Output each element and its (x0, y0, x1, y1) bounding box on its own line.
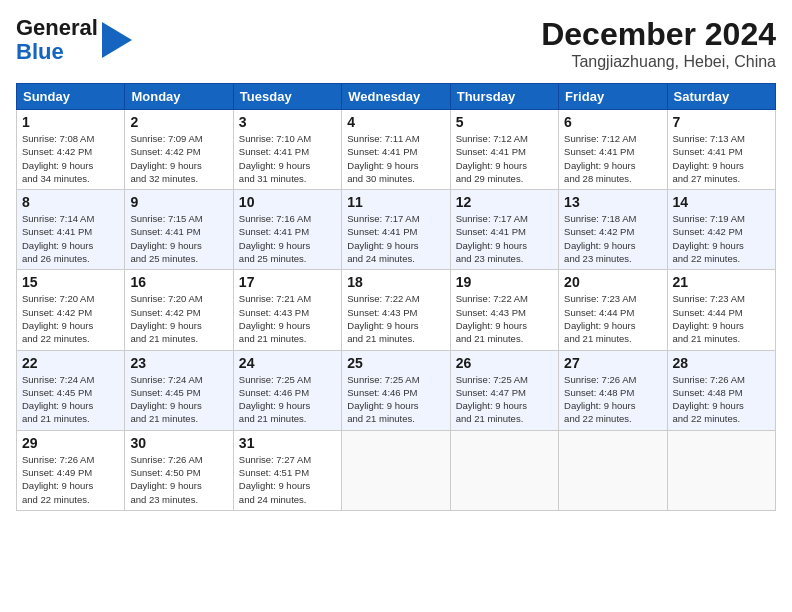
day-number: 16 (130, 274, 227, 290)
calendar-week-row: 15Sunrise: 7:20 AM Sunset: 4:42 PM Dayli… (17, 270, 776, 350)
day-number: 27 (564, 355, 661, 371)
day-info: Sunrise: 7:26 AM Sunset: 4:49 PM Dayligh… (22, 453, 119, 506)
day-number: 20 (564, 274, 661, 290)
day-number: 7 (673, 114, 770, 130)
day-number: 10 (239, 194, 336, 210)
day-info: Sunrise: 7:20 AM Sunset: 4:42 PM Dayligh… (130, 292, 227, 345)
day-number: 26 (456, 355, 553, 371)
calendar-day-cell: 19Sunrise: 7:22 AM Sunset: 4:43 PM Dayli… (450, 270, 558, 350)
day-number: 12 (456, 194, 553, 210)
calendar-day-cell: 18Sunrise: 7:22 AM Sunset: 4:43 PM Dayli… (342, 270, 450, 350)
day-info: Sunrise: 7:18 AM Sunset: 4:42 PM Dayligh… (564, 212, 661, 265)
calendar-day-cell: 11Sunrise: 7:17 AM Sunset: 4:41 PM Dayli… (342, 190, 450, 270)
calendar-day-cell: 30Sunrise: 7:26 AM Sunset: 4:50 PM Dayli… (125, 430, 233, 510)
day-info: Sunrise: 7:15 AM Sunset: 4:41 PM Dayligh… (130, 212, 227, 265)
calendar-day-cell: 8Sunrise: 7:14 AM Sunset: 4:41 PM Daylig… (17, 190, 125, 270)
calendar-week-row: 8Sunrise: 7:14 AM Sunset: 4:41 PM Daylig… (17, 190, 776, 270)
day-number: 22 (22, 355, 119, 371)
day-number: 28 (673, 355, 770, 371)
calendar-day-cell: 17Sunrise: 7:21 AM Sunset: 4:43 PM Dayli… (233, 270, 341, 350)
day-info: Sunrise: 7:10 AM Sunset: 4:41 PM Dayligh… (239, 132, 336, 185)
calendar-week-row: 29Sunrise: 7:26 AM Sunset: 4:49 PM Dayli… (17, 430, 776, 510)
calendar-day-cell: 6Sunrise: 7:12 AM Sunset: 4:41 PM Daylig… (559, 110, 667, 190)
logo-text: GeneralBlue (16, 16, 98, 64)
calendar-day-cell (559, 430, 667, 510)
calendar-day-cell: 9Sunrise: 7:15 AM Sunset: 4:41 PM Daylig… (125, 190, 233, 270)
day-number: 14 (673, 194, 770, 210)
weekday-header-cell: Tuesday (233, 84, 341, 110)
calendar-day-cell: 1Sunrise: 7:08 AM Sunset: 4:42 PM Daylig… (17, 110, 125, 190)
day-info: Sunrise: 7:25 AM Sunset: 4:46 PM Dayligh… (347, 373, 444, 426)
calendar-day-cell: 10Sunrise: 7:16 AM Sunset: 4:41 PM Dayli… (233, 190, 341, 270)
day-number: 31 (239, 435, 336, 451)
day-number: 2 (130, 114, 227, 130)
page-subtitle: Tangjiazhuang, Hebei, China (541, 53, 776, 71)
weekday-header-row: SundayMondayTuesdayWednesdayThursdayFrid… (17, 84, 776, 110)
day-info: Sunrise: 7:24 AM Sunset: 4:45 PM Dayligh… (130, 373, 227, 426)
calendar-table: SundayMondayTuesdayWednesdayThursdayFrid… (16, 83, 776, 511)
logo-arrow-icon (102, 22, 132, 58)
calendar-day-cell: 20Sunrise: 7:23 AM Sunset: 4:44 PM Dayli… (559, 270, 667, 350)
logo: GeneralBlue (16, 16, 132, 64)
day-info: Sunrise: 7:12 AM Sunset: 4:41 PM Dayligh… (564, 132, 661, 185)
day-number: 13 (564, 194, 661, 210)
calendar-day-cell: 7Sunrise: 7:13 AM Sunset: 4:41 PM Daylig… (667, 110, 775, 190)
day-number: 9 (130, 194, 227, 210)
day-info: Sunrise: 7:20 AM Sunset: 4:42 PM Dayligh… (22, 292, 119, 345)
day-number: 1 (22, 114, 119, 130)
calendar-day-cell (450, 430, 558, 510)
day-number: 23 (130, 355, 227, 371)
calendar-day-cell: 5Sunrise: 7:12 AM Sunset: 4:41 PM Daylig… (450, 110, 558, 190)
day-number: 5 (456, 114, 553, 130)
weekday-header-cell: Friday (559, 84, 667, 110)
calendar-day-cell: 21Sunrise: 7:23 AM Sunset: 4:44 PM Dayli… (667, 270, 775, 350)
calendar-day-cell: 22Sunrise: 7:24 AM Sunset: 4:45 PM Dayli… (17, 350, 125, 430)
day-number: 17 (239, 274, 336, 290)
day-info: Sunrise: 7:16 AM Sunset: 4:41 PM Dayligh… (239, 212, 336, 265)
calendar-day-cell (342, 430, 450, 510)
calendar-day-cell: 3Sunrise: 7:10 AM Sunset: 4:41 PM Daylig… (233, 110, 341, 190)
calendar-day-cell: 23Sunrise: 7:24 AM Sunset: 4:45 PM Dayli… (125, 350, 233, 430)
calendar-day-cell: 4Sunrise: 7:11 AM Sunset: 4:41 PM Daylig… (342, 110, 450, 190)
calendar-day-cell: 15Sunrise: 7:20 AM Sunset: 4:42 PM Dayli… (17, 270, 125, 350)
day-info: Sunrise: 7:27 AM Sunset: 4:51 PM Dayligh… (239, 453, 336, 506)
day-number: 25 (347, 355, 444, 371)
calendar-day-cell: 24Sunrise: 7:25 AM Sunset: 4:46 PM Dayli… (233, 350, 341, 430)
day-number: 11 (347, 194, 444, 210)
day-info: Sunrise: 7:26 AM Sunset: 4:48 PM Dayligh… (564, 373, 661, 426)
calendar-day-cell (667, 430, 775, 510)
day-info: Sunrise: 7:25 AM Sunset: 4:46 PM Dayligh… (239, 373, 336, 426)
weekday-header-cell: Monday (125, 84, 233, 110)
weekday-header-cell: Wednesday (342, 84, 450, 110)
day-number: 6 (564, 114, 661, 130)
day-info: Sunrise: 7:22 AM Sunset: 4:43 PM Dayligh… (456, 292, 553, 345)
calendar-day-cell: 12Sunrise: 7:17 AM Sunset: 4:41 PM Dayli… (450, 190, 558, 270)
calendar-day-cell: 25Sunrise: 7:25 AM Sunset: 4:46 PM Dayli… (342, 350, 450, 430)
day-number: 19 (456, 274, 553, 290)
day-number: 24 (239, 355, 336, 371)
day-info: Sunrise: 7:11 AM Sunset: 4:41 PM Dayligh… (347, 132, 444, 185)
weekday-header-cell: Sunday (17, 84, 125, 110)
day-info: Sunrise: 7:22 AM Sunset: 4:43 PM Dayligh… (347, 292, 444, 345)
day-info: Sunrise: 7:14 AM Sunset: 4:41 PM Dayligh… (22, 212, 119, 265)
day-info: Sunrise: 7:17 AM Sunset: 4:41 PM Dayligh… (456, 212, 553, 265)
calendar-body: 1Sunrise: 7:08 AM Sunset: 4:42 PM Daylig… (17, 110, 776, 511)
day-info: Sunrise: 7:08 AM Sunset: 4:42 PM Dayligh… (22, 132, 119, 185)
calendar-day-cell: 29Sunrise: 7:26 AM Sunset: 4:49 PM Dayli… (17, 430, 125, 510)
day-info: Sunrise: 7:24 AM Sunset: 4:45 PM Dayligh… (22, 373, 119, 426)
day-info: Sunrise: 7:21 AM Sunset: 4:43 PM Dayligh… (239, 292, 336, 345)
day-number: 29 (22, 435, 119, 451)
day-number: 21 (673, 274, 770, 290)
calendar-day-cell: 31Sunrise: 7:27 AM Sunset: 4:51 PM Dayli… (233, 430, 341, 510)
day-info: Sunrise: 7:26 AM Sunset: 4:50 PM Dayligh… (130, 453, 227, 506)
day-info: Sunrise: 7:09 AM Sunset: 4:42 PM Dayligh… (130, 132, 227, 185)
day-number: 8 (22, 194, 119, 210)
calendar-day-cell: 2Sunrise: 7:09 AM Sunset: 4:42 PM Daylig… (125, 110, 233, 190)
weekday-header-cell: Thursday (450, 84, 558, 110)
day-info: Sunrise: 7:25 AM Sunset: 4:47 PM Dayligh… (456, 373, 553, 426)
day-info: Sunrise: 7:23 AM Sunset: 4:44 PM Dayligh… (564, 292, 661, 345)
day-number: 3 (239, 114, 336, 130)
day-number: 4 (347, 114, 444, 130)
day-number: 18 (347, 274, 444, 290)
day-info: Sunrise: 7:17 AM Sunset: 4:41 PM Dayligh… (347, 212, 444, 265)
